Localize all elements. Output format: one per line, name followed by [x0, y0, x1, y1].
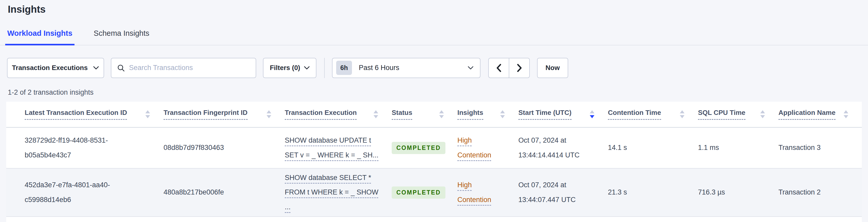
cell-execution-id: 328729d2-ff19-4408-8531- b05a5b4e43c7	[25, 133, 163, 162]
status-badge: COMPLETED	[392, 142, 445, 154]
time-range-badge: 6h	[336, 61, 352, 75]
search-icon	[117, 64, 125, 72]
next-time-range-button[interactable]	[509, 58, 530, 78]
insight-high-contention-link[interactable]: High Contention	[457, 136, 491, 159]
table-row: 452da3e7-e7fa-4801-aa40- c59988d14eb6 48…	[6, 168, 862, 217]
status-badge: COMPLETED	[392, 187, 445, 199]
column-header-status[interactable]: Status	[392, 102, 457, 127]
sort-arrows-icon[interactable]	[374, 110, 378, 118]
previous-time-range-button[interactable]	[488, 58, 509, 78]
search-input[interactable]	[129, 64, 250, 72]
transaction-execution-link[interactable]: SHOW database SELECT * FROM t WHERE k = …	[285, 174, 378, 211]
table-row: 328729d2-ff19-4408-8531- b05a5b4e43c7 08…	[6, 128, 862, 168]
tab-bar: Workload Insights Schema Insights	[0, 29, 868, 45]
insight-high-contention-link[interactable]: High Contention	[457, 181, 491, 203]
chevron-down-icon	[467, 66, 474, 70]
tab-workload-insights[interactable]: Workload Insights	[5, 29, 74, 45]
page-title: Insights	[8, 4, 868, 15]
insight-type-label: Transaction Executions	[12, 64, 88, 72]
now-button[interactable]: Now	[537, 58, 568, 78]
column-header-sql-cpu-time[interactable]: SQL CPU Time	[698, 102, 778, 127]
filters-label: Filters (0)	[270, 64, 300, 72]
cell-sql-cpu-time: 1.1 ms	[698, 140, 778, 155]
time-range-label: Past 6 Hours	[359, 64, 399, 72]
chevron-right-icon	[517, 64, 522, 72]
sort-arrows-icon[interactable]	[267, 110, 271, 118]
transaction-execution-link[interactable]: SHOW database UPDATE t SET v = _ WHERE k…	[285, 136, 378, 159]
cell-application-name: Transaction 3	[778, 140, 862, 155]
cell-fingerprint-id: 480a8b217be006fe	[163, 185, 285, 200]
filters-button[interactable]: Filters (0)	[263, 58, 316, 78]
sort-arrows-icon-active-desc[interactable]	[590, 110, 594, 118]
chevron-down-icon	[93, 66, 99, 70]
column-header-latest-transaction-execution-id[interactable]: Latest Transaction Execution ID	[25, 102, 163, 127]
cell-start-time: Oct 07, 2024 at 13:44:14.4414 UTC	[518, 133, 608, 162]
column-header-contention-time[interactable]: Contention Time	[608, 102, 698, 127]
chevron-down-icon	[304, 66, 310, 70]
cell-sql-cpu-time: 716.3 µs	[698, 185, 778, 200]
cell-application-name: Transaction 2	[778, 185, 862, 200]
time-range-pager	[488, 58, 530, 78]
toolbar: Transaction Executions Filters (0) 6h Pa…	[7, 58, 868, 78]
tab-schema-insights[interactable]: Schema Insights	[92, 29, 151, 45]
chevron-left-icon	[496, 64, 502, 72]
column-header-transaction-fingerprint-id[interactable]: Transaction Fingerprint ID	[163, 102, 285, 127]
insight-type-dropdown[interactable]: Transaction Executions	[7, 58, 104, 78]
column-header-insights[interactable]: Insights	[457, 102, 518, 127]
cell-execution-id: 452da3e7-e7fa-4801-aa40- c59988d14eb6	[25, 178, 163, 207]
cell-start-time: Oct 07, 2024 at 13:44:07.447 UTC	[518, 178, 608, 207]
results-summary: 1-2 of 2 transaction insights	[8, 89, 868, 96]
column-header-transaction-execution[interactable]: Transaction Execution	[285, 102, 392, 127]
table-header-row: Latest Transaction Execution ID Transact…	[6, 102, 862, 128]
sort-arrows-icon[interactable]	[500, 110, 505, 118]
sort-arrows-icon[interactable]	[439, 110, 444, 118]
sort-arrows-icon[interactable]	[844, 110, 848, 118]
sort-arrows-icon[interactable]	[145, 110, 150, 118]
cell-contention-time: 14.1 s	[608, 140, 698, 155]
toolbar-divider	[324, 58, 325, 78]
insights-page: Insights Workload Insights Schema Insigh…	[0, 0, 868, 222]
insights-table-card: Latest Transaction Execution ID Transact…	[6, 102, 862, 222]
sort-arrows-icon[interactable]	[760, 110, 765, 118]
cell-fingerprint-id: 08d8b7d97f830463	[163, 140, 285, 155]
column-header-application-name[interactable]: Application Name	[778, 102, 862, 127]
sort-arrows-icon[interactable]	[680, 110, 684, 118]
search-box[interactable]	[111, 58, 256, 78]
column-header-start-time[interactable]: Start Time (UTC)	[518, 102, 608, 127]
time-range-picker[interactable]: 6h Past 6 Hours	[332, 58, 480, 78]
cell-contention-time: 21.3 s	[608, 185, 698, 200]
